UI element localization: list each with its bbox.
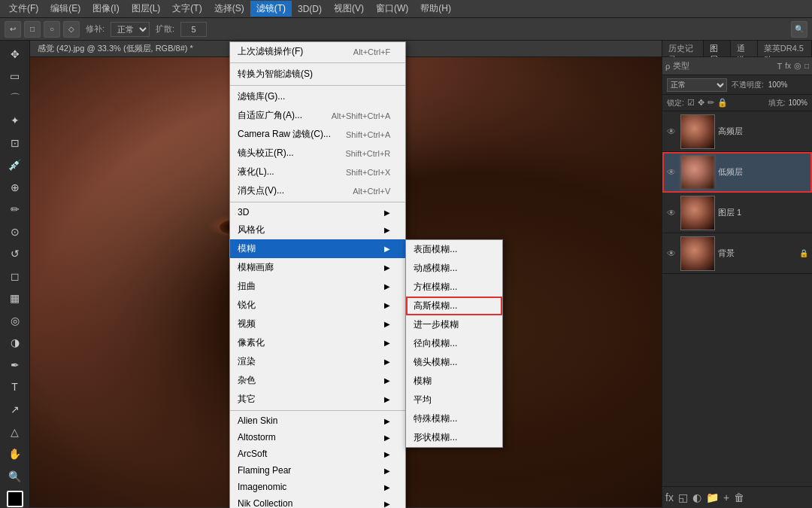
filter-noise[interactable]: 杂色 ▶	[230, 371, 405, 390]
lock-icon-check[interactable]: ☑	[687, 98, 695, 108]
tool-text[interactable]: T	[5, 377, 26, 398]
layer-eye-tuceng1[interactable]: 👁	[665, 207, 677, 219]
tool-circle[interactable]: ○	[44, 21, 60, 38]
filter-3d[interactable]: 3D ▶	[230, 204, 405, 221]
menu-help[interactable]: 帮助(H)	[414, 1, 457, 17]
tool-path-select[interactable]: ↗	[5, 399, 26, 420]
tab-channels[interactable]: 通道	[731, 41, 758, 56]
tool-gradient[interactable]: ▦	[5, 288, 26, 309]
tool-rect-select[interactable]: ▭	[5, 66, 26, 87]
tool-crop[interactable]: ⊡	[5, 132, 26, 154]
menu-filter[interactable]: 滤镜(T)	[250, 1, 292, 17]
filter-last-op[interactable]: 上次滤镜操作(F) Alt+Ctrl+F	[230, 42, 405, 61]
filter-adaptive-wide[interactable]: 自适应广角(A)... Alt+Shift+Ctrl+A	[230, 106, 405, 125]
layer-item-beijing[interactable]: 👁 背景 🔒	[662, 233, 812, 274]
filter-sharpen[interactable]: 锐化 ▶	[230, 296, 405, 315]
tool-dodge[interactable]: ◑	[5, 333, 26, 354]
filter-vanishing-point[interactable]: 消失点(V)... Alt+Ctrl+V	[230, 181, 405, 200]
lock-icon-move[interactable]: ✥	[698, 98, 704, 108]
menu-3d[interactable]: 3D(D)	[292, 2, 328, 16]
filter-liquify[interactable]: 液化(L)... Shift+Ctrl+X	[230, 163, 405, 181]
filter-stylize[interactable]: 风格化 ▶	[230, 221, 405, 239]
foreground-color[interactable]	[7, 491, 23, 507]
menu-image[interactable]: 图像(I)	[86, 1, 125, 17]
blur-plain[interactable]: 模糊	[406, 372, 502, 391]
add-adjustment-btn[interactable]: ◐	[692, 491, 701, 503]
blur-gaussian[interactable]: 高斯模糊...	[406, 297, 502, 315]
filter-gallery[interactable]: 滤镜库(G)...	[230, 87, 405, 106]
tool-zoom[interactable]: 🔍	[5, 466, 26, 487]
tool-pen[interactable]: ✒	[5, 354, 26, 376]
tab-actions[interactable]: 菜英DR4.5动	[758, 41, 812, 56]
filter-smart[interactable]: 转换为智能滤镜(S)	[230, 65, 405, 84]
blur-motion[interactable]: 动感模糊...	[406, 259, 502, 278]
blur-lens[interactable]: 镜头模糊...	[406, 353, 502, 372]
tool-eyedropper[interactable]: 💉	[5, 155, 26, 176]
tool-square[interactable]: □	[24, 21, 41, 38]
filter-distort[interactable]: 扭曲 ▶	[230, 277, 405, 296]
blur-further[interactable]: 进一步模糊	[406, 315, 502, 334]
blur-special[interactable]: 特殊模糊...	[406, 409, 502, 428]
tool-lasso[interactable]: ⌒	[5, 88, 26, 109]
tab-history[interactable]: 历史记录	[662, 41, 704, 56]
layer-eye-dipinceng[interactable]: 👁	[665, 166, 677, 178]
menu-file[interactable]: 文件(F)	[3, 1, 44, 17]
layer-item-tuceng1[interactable]: 👁 图层 1	[662, 193, 812, 233]
filter-nik-collection[interactable]: Nik Collection ▶	[230, 495, 405, 508]
tool-magic-wand[interactable]: ✦	[5, 111, 26, 132]
layer-eye-gaopinceng[interactable]: 👁	[665, 126, 677, 138]
tool-heal[interactable]: ⊕	[5, 177, 26, 198]
layer-bottom-bar: fx ◱ ◐ 📁 + 🗑	[662, 486, 812, 507]
add-mask-btn[interactable]: ◱	[678, 491, 688, 503]
filter-video[interactable]: 视频 ▶	[230, 315, 405, 333]
search-btn[interactable]: 🔍	[791, 21, 807, 38]
tool-brush[interactable]: ✏	[5, 199, 26, 221]
filter-render[interactable]: 渲染 ▶	[230, 352, 405, 371]
filter-camera-raw[interactable]: Camera Raw 滤镜(C)... Shift+Ctrl+A	[230, 125, 405, 144]
add-style-btn[interactable]: fx	[665, 491, 674, 503]
menu-select[interactable]: 选择(S)	[208, 1, 250, 17]
blur-radial[interactable]: 径向模糊...	[406, 334, 502, 353]
create-layer-btn[interactable]: +	[723, 491, 729, 503]
menu-layer[interactable]: 图层(L)	[126, 1, 167, 17]
lock-icon-lock[interactable]: 🔒	[717, 98, 728, 108]
right-panel: 历史记录 图层 通道 菜英DR4.5动 ρ 类型 T fx ◎ □ 正常 不透明…	[662, 41, 812, 507]
filter-arcsoft[interactable]: ArcSoft ▶	[230, 446, 405, 462]
filter-other[interactable]: 其它 ▶	[230, 390, 405, 409]
filter-altostorm[interactable]: Altostorm ▶	[230, 429, 405, 446]
tool-clone[interactable]: ⊙	[5, 221, 26, 242]
menu-edit[interactable]: 编辑(E)	[44, 1, 86, 17]
filter-flaming-pear[interactable]: Flaming Pear ▶	[230, 462, 405, 479]
filter-alien-skin[interactable]: Alien Skin ▶	[230, 412, 405, 429]
create-group-btn[interactable]: 📁	[706, 491, 719, 503]
filter-blur-gallery[interactable]: 模糊画廊 ▶	[230, 258, 405, 277]
blur-surface[interactable]: 表面模糊...	[406, 240, 502, 259]
blur-shape[interactable]: 形状模糊...	[406, 428, 502, 447]
tool-eraser[interactable]: ◻	[5, 266, 26, 287]
tool-custom[interactable]: ◇	[63, 21, 80, 38]
filter-lens-correction[interactable]: 镜头校正(R)... Shift+Ctrl+R	[230, 144, 405, 163]
menu-view[interactable]: 视图(V)	[328, 1, 370, 17]
tool-blur[interactable]: ◎	[5, 310, 26, 331]
tool-move[interactable]: ✥	[5, 44, 26, 65]
tab-layers[interactable]: 图层	[704, 41, 731, 56]
filter-pixelate[interactable]: 像素化 ▶	[230, 333, 405, 352]
layer-eye-beijing[interactable]: 👁	[665, 248, 677, 260]
menu-text[interactable]: 文字(T)	[166, 1, 208, 17]
menu-window[interactable]: 窗口(W)	[370, 1, 414, 17]
spread-input[interactable]	[180, 22, 207, 37]
tool-history-brush[interactable]: ↺	[5, 244, 26, 265]
blur-box[interactable]: 方框模糊...	[406, 278, 502, 297]
blur-average[interactable]: 平均	[406, 391, 502, 409]
filter-imagenomic[interactable]: Imagenomic ▶	[230, 479, 405, 495]
mode-select[interactable]: 正常	[111, 22, 150, 37]
blend-mode-select[interactable]: 正常	[667, 78, 727, 92]
layer-item-dipinceng[interactable]: 👁 低频层	[662, 152, 812, 193]
tool-hand[interactable]: ✋	[5, 443, 26, 464]
tool-shape[interactable]: △	[5, 421, 26, 443]
layer-item-gaopinceng[interactable]: 👁 高频层	[662, 111, 812, 152]
delete-layer-btn[interactable]: 🗑	[734, 491, 744, 503]
lock-icon-paint[interactable]: ✏	[707, 98, 714, 108]
tool-arrow[interactable]: ↩	[5, 21, 21, 38]
filter-blur[interactable]: 模糊 ▶ 表面模糊... 动感模糊... 方框模糊... 高斯模糊... 进一步…	[230, 239, 405, 258]
